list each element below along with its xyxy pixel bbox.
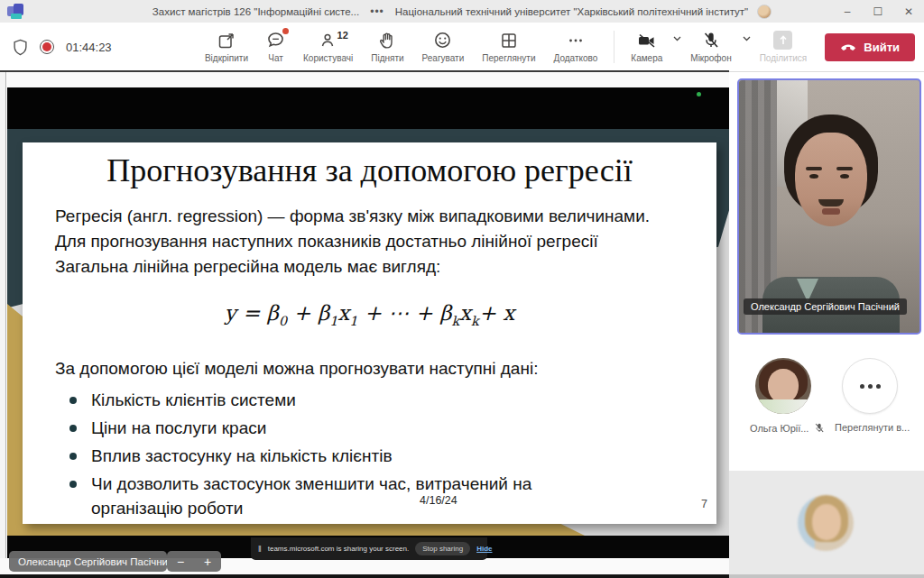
- participant-label-row: Ольга Юрії...: [750, 422, 825, 434]
- react-button[interactable]: Реагувати: [413, 31, 474, 63]
- leave-button[interactable]: Вийти: [825, 33, 915, 61]
- toolbar-button-label: Чат: [268, 53, 283, 63]
- slide-page: Прогнозування за допомогою регресії Регр…: [23, 142, 716, 524]
- titlebar: Захист магістрів 126 "Інформаційні систе…: [0, 0, 924, 23]
- active-speaker-video-tile[interactable]: Олександр Сергійович Пасічний: [737, 78, 921, 335]
- meeting-title: Захист магістрів 126 "Інформаційні систе…: [152, 6, 359, 17]
- speaker-brow: [836, 167, 853, 170]
- more-button[interactable]: Додатково: [545, 31, 607, 63]
- speaker-person: [739, 80, 919, 333]
- participant-blurred-avatar[interactable]: [798, 495, 854, 551]
- slide-title: Прогнозування за допомогою регресії: [23, 151, 716, 189]
- raise-hand-icon: [378, 31, 396, 50]
- speaker-eye: [840, 174, 849, 179]
- toolbar-button-label: Користувачі: [303, 53, 353, 63]
- people-icon: 12: [319, 31, 337, 50]
- chat-button[interactable]: Чат: [257, 31, 294, 63]
- share-top-strip: [7, 72, 729, 87]
- leave-button-label: Вийти: [864, 41, 900, 54]
- browser-share-toast: ‖ teams.microsoft.com is sharing your sc…: [251, 537, 487, 560]
- toolbar-button-label: Додатково: [554, 53, 598, 63]
- participants-panel: Олександр Сергійович Пасічний Ольга Юрії…: [729, 72, 924, 578]
- microphone-button[interactable]: Мікрофон: [681, 31, 740, 63]
- participant-name: Ольга Юрії...: [750, 423, 808, 434]
- bullet-item: Вплив застосунку на кількість клієнтів: [59, 444, 596, 468]
- teams-app-icon: [7, 4, 23, 19]
- raise-hand-button[interactable]: Підняти: [362, 31, 412, 63]
- slide-lead-text: За допомогою цієї моделі можна прогнозув…: [55, 359, 654, 379]
- participant-mic-off-icon: [814, 422, 825, 434]
- presentation-background: Прогнозування за допомогою регресії Регр…: [7, 129, 729, 536]
- speaker-name-tag: Олександр Сергійович Пасічний: [744, 298, 907, 315]
- camera-button[interactable]: Камера: [622, 31, 671, 63]
- share-button: Поділитися: [751, 31, 817, 63]
- close-button[interactable]: ✕: [893, 0, 924, 23]
- avatar-face: [768, 369, 799, 403]
- panel-bottom-edge: [729, 574, 924, 578]
- speaker-brow: [806, 167, 822, 170]
- presenter-name-pill: Олександр Сергійович Пасічний: [9, 551, 167, 572]
- shared-screen-stage: Прогнозування за допомогою регресії Регр…: [0, 72, 729, 578]
- mic-off-icon: [702, 31, 720, 50]
- camera-off-icon: [637, 31, 657, 50]
- zoom-out-button[interactable]: −: [177, 555, 184, 568]
- view-button[interactable]: Переглянути: [473, 31, 544, 63]
- speaker-eye: [809, 174, 818, 179]
- titlebar-more-button[interactable]: •••: [368, 5, 386, 18]
- minimize-button[interactable]: –: [832, 0, 863, 23]
- share-zoom-controls: − +: [167, 551, 221, 572]
- toolbar-button-label: Переглянути: [482, 53, 535, 63]
- toolbar-button-label: Поділитися: [760, 53, 808, 63]
- titlebar-avatar[interactable]: [757, 5, 772, 19]
- chat-notification-dot: [282, 28, 289, 34]
- meeting-toolbar: 01:44:23 Відкріпити Чат 12: [0, 23, 924, 72]
- slide-page-number: 7: [701, 498, 707, 510]
- presenting-indicator-dot: [697, 92, 701, 96]
- chat-bubble-icon: [266, 31, 285, 50]
- bullet-item: Чи дозволить застосунок зменшити час, ви…: [59, 472, 596, 520]
- taskbar-edge: [0, 574, 729, 578]
- toolbar-button-label: Мікрофон: [690, 53, 731, 63]
- unpin-popout-icon: [217, 31, 236, 50]
- participant-avatar-photo[interactable]: [755, 358, 811, 414]
- toolbar-button-label: Реагувати: [422, 53, 465, 63]
- org-title: Національний технічний університет "Харк…: [395, 6, 748, 17]
- microphone-chevron-icon[interactable]: [743, 36, 751, 41]
- speaker-mouth: [822, 208, 840, 215]
- record-dot-icon: [40, 40, 54, 54]
- bullet-item: Кількість клієнтів системи: [59, 388, 596, 412]
- pause-icon: ‖: [258, 545, 262, 554]
- camera-chevron-icon[interactable]: [673, 36, 681, 41]
- toolbar-divider: [614, 31, 614, 63]
- participants-button[interactable]: 12 Користувачі: [294, 31, 362, 63]
- participant-name: Переглянути в...: [835, 422, 910, 433]
- toolbar-button-label: Відкріпити: [205, 53, 248, 63]
- more-dots-icon: [567, 31, 585, 50]
- regression-formula: y = β0 + β1x1 + ⋯ + βkxk+ x: [23, 301, 716, 328]
- toolbar-button-label: Камера: [631, 53, 662, 63]
- avatar-clothes: [755, 399, 811, 414]
- grid-view-icon: [500, 31, 518, 50]
- participants-count-badge: 12: [337, 30, 348, 41]
- share-left-edge: [0, 72, 6, 573]
- unpin-button[interactable]: Відкріпити: [196, 31, 257, 63]
- share-toast-message: teams.microsoft.com is sharing your scre…: [268, 545, 410, 553]
- slide-bullet-list: Кількість клієнтів системи Ціни на послу…: [59, 388, 596, 524]
- share-letterbox-top: [7, 87, 729, 129]
- slide-date: 4/16/24: [420, 494, 457, 507]
- smiley-icon: [433, 31, 452, 50]
- avatar-face: [812, 504, 841, 540]
- speaker-mustache: [818, 199, 844, 206]
- stop-sharing-button[interactable]: Stop sharing: [415, 542, 470, 555]
- hangup-phone-icon: [840, 42, 856, 51]
- zoom-in-button[interactable]: +: [204, 555, 211, 568]
- toolbar-button-label: Підняти: [371, 53, 403, 63]
- slide-paragraph: Регресія (англ. regression) — форма зв'я…: [55, 204, 654, 280]
- participant-overflow-button[interactable]: [842, 358, 898, 414]
- share-up-icon: [773, 31, 792, 50]
- maximize-button[interactable]: ☐: [863, 0, 893, 23]
- hide-toast-link[interactable]: Hide: [476, 545, 492, 553]
- more-horizontal-icon: [860, 384, 864, 389]
- teams-meeting-window: Захист магістрів 126 "Інформаційні систе…: [0, 0, 924, 578]
- shield-icon: [13, 39, 28, 56]
